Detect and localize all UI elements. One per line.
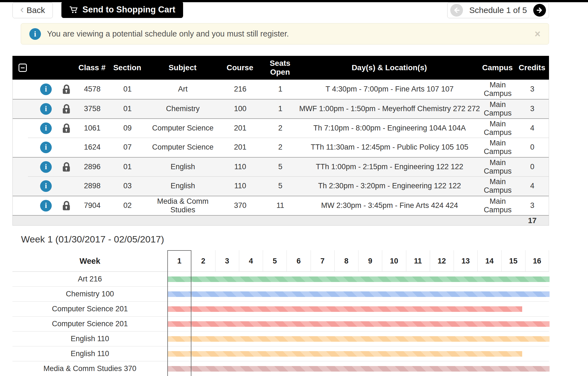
- table-row: i 3758 01 Chemistry 100 1 MWF 1:00pm - 1…: [13, 99, 549, 118]
- schedule-pager-label: Schedule 1 of 5: [469, 6, 527, 15]
- header-section: Section: [108, 63, 147, 72]
- info-icon[interactable]: i: [40, 161, 52, 173]
- cell-class-num: 2898: [76, 182, 108, 190]
- gantt-row-label: Art 216: [12, 275, 167, 283]
- cell-section: 01: [108, 163, 147, 171]
- back-button[interactable]: ‹ Back: [12, 2, 53, 18]
- cell-class-num: 3758: [76, 105, 108, 113]
- week-number: 6: [287, 250, 310, 272]
- cell-credits: 3: [515, 85, 549, 93]
- cell-section: 01: [108, 85, 147, 93]
- cell-subject: Computer Science: [147, 143, 219, 152]
- unlock-icon[interactable]: [56, 200, 76, 212]
- header-campus: Campus: [480, 63, 515, 72]
- week-gantt-chart: Week 1 2 3 4 5 6 7 8 9 10 11 12 13 14 15…: [12, 250, 549, 376]
- cart-icon: [69, 6, 79, 14]
- cell-section: 03: [108, 182, 147, 190]
- cell-class-num: 2896: [76, 163, 108, 171]
- cell-campus: Main Campus: [480, 120, 515, 137]
- unlock-icon[interactable]: [56, 103, 76, 115]
- week-number: 10: [382, 250, 406, 272]
- gantt-row: Chemistry 100: [12, 287, 549, 302]
- info-icon[interactable]: i: [40, 180, 52, 192]
- week-number: 14: [477, 250, 501, 272]
- cell-campus: Main Campus: [480, 177, 515, 195]
- cell-days-locations: Th 7:10pm - 8:00pm - Engineering 104A 10…: [299, 124, 480, 132]
- header-subject: Subject: [147, 63, 218, 72]
- cell-days-locations: MW 2:30pm - 3:45pm - Fine Arts 424 424: [299, 201, 480, 210]
- cell-days-locations: MWF 1:00pm - 1:50pm - Meyerhoff Chemistr…: [299, 105, 480, 113]
- week-column-label: Week: [12, 257, 167, 266]
- cell-campus: Main Campus: [480, 139, 515, 156]
- gantt-bar: [168, 291, 550, 297]
- cell-seats-open: 11: [262, 201, 299, 210]
- header-days-locations: Day(s) & Location(s): [299, 63, 480, 72]
- cell-subject: Media & Comm Studies: [147, 197, 219, 214]
- cell-credits: 3: [515, 201, 549, 210]
- cell-subject: Computer Science: [147, 124, 219, 132]
- gantt-bar: [168, 336, 550, 342]
- week-number: 16: [525, 250, 549, 272]
- cell-campus: Main Campus: [480, 158, 515, 176]
- cell-subject: English: [147, 182, 219, 190]
- info-icon[interactable]: i: [40, 83, 52, 95]
- gantt-row-label: Chemistry 100: [12, 290, 167, 298]
- next-schedule-button[interactable]: [533, 4, 546, 17]
- info-icon[interactable]: i: [40, 142, 52, 153]
- gantt-row-label: Media & Comm Studies 370: [12, 364, 167, 373]
- cell-subject: Chemistry: [147, 105, 219, 113]
- gantt-row-label: English 110: [12, 335, 167, 343]
- week-number: 8: [334, 250, 358, 272]
- unlock-icon[interactable]: [56, 83, 76, 95]
- collapse-all-icon[interactable]: [19, 64, 27, 72]
- week-number: 4: [239, 250, 263, 272]
- table-row: i 7904 02 Media & Comm Studies 370 11 MW…: [13, 196, 549, 215]
- course-table: Class # Section Subject Course Seats Ope…: [12, 56, 549, 226]
- send-to-cart-button[interactable]: Send to Shopping Cart: [61, 1, 183, 18]
- cell-seats-open: 1: [262, 105, 299, 113]
- schedule-pager: Schedule 1 of 5: [447, 2, 549, 18]
- cell-class-num: 1061: [76, 124, 108, 132]
- back-button-label: Back: [27, 6, 45, 15]
- cell-seats-open: 1: [262, 85, 299, 93]
- cell-campus: Main Campus: [480, 197, 515, 214]
- course-table-footer: 17: [12, 215, 549, 226]
- gantt-bar: [168, 306, 522, 312]
- header-credits: Credits: [515, 63, 549, 72]
- cell-section: 02: [108, 201, 147, 210]
- info-icon[interactable]: i: [40, 122, 52, 134]
- cell-seats-open: 2: [262, 124, 299, 132]
- gantt-row: English 110: [12, 331, 549, 346]
- cell-seats-open: 2: [262, 143, 299, 152]
- cell-seats-open: 5: [262, 182, 299, 190]
- week-number: 5: [263, 250, 287, 272]
- week-chart-header: Week 1 2 3 4 5 6 7 8 9 10 11 12 13 14 15…: [12, 250, 549, 272]
- header-class-num: Class #: [76, 63, 108, 72]
- alert-close-icon[interactable]: ×: [535, 29, 540, 39]
- gantt-row-label: Computer Science 201: [12, 305, 167, 313]
- info-icon[interactable]: i: [40, 200, 52, 212]
- gantt-bar: [168, 276, 550, 282]
- cell-days-locations: TTh 11:30am - 12:45pm - Public Policy 10…: [299, 143, 480, 152]
- week-range-title: Week 1 (01/30/2017 - 02/05/2017): [21, 234, 164, 245]
- cell-section: 09: [108, 124, 147, 132]
- schedule-planner-page: ‹ Back Send to Shopping Cart Schedule 1 …: [0, 0, 588, 376]
- unlock-icon[interactable]: [56, 161, 76, 173]
- table-row: i 2896 01 English 110 5 TTh 1:00pm - 2:1…: [13, 157, 549, 176]
- unlock-icon[interactable]: [56, 122, 76, 134]
- week-number: 9: [358, 250, 382, 272]
- cell-credits: 3: [515, 105, 549, 113]
- cell-credits: 4: [515, 182, 549, 190]
- info-icon[interactable]: i: [40, 103, 52, 115]
- course-table-header: Class # Section Subject Course Seats Ope…: [12, 56, 549, 80]
- cell-credits: 4: [515, 124, 549, 132]
- gantt-row: English 110: [12, 346, 549, 361]
- cell-course: 100: [219, 105, 262, 113]
- alert-message: You are viewing a potential schedule onl…: [47, 29, 529, 38]
- cell-class-num: 7904: [76, 201, 108, 210]
- cell-credits: 0: [515, 163, 549, 171]
- gantt-row: Media & Comm Studies 370: [12, 361, 549, 376]
- send-to-cart-label: Send to Shopping Cart: [82, 5, 175, 15]
- header-course: Course: [218, 63, 261, 72]
- previous-schedule-button[interactable]: [450, 4, 463, 17]
